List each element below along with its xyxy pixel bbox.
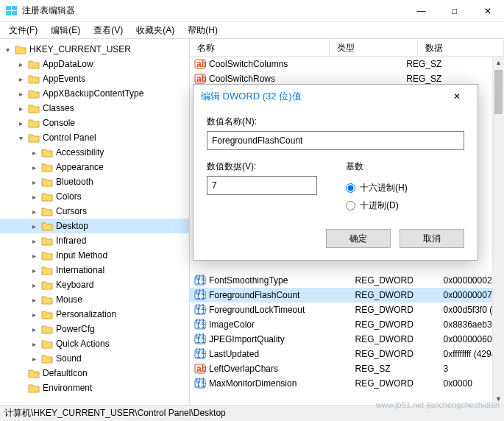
folder-icon bbox=[41, 339, 53, 349]
chevron-right-icon[interactable]: ▸ bbox=[16, 119, 25, 127]
chevron-right-icon[interactable]: ▸ bbox=[16, 60, 25, 68]
dialog-close-button[interactable]: ✕ bbox=[444, 86, 470, 107]
tree-node[interactable]: ▸Keyboard bbox=[0, 277, 189, 292]
radio-hex[interactable]: 十六进制(H) bbox=[346, 179, 464, 197]
column-header-name[interactable]: 名称 bbox=[190, 39, 330, 56]
chevron-right-icon[interactable]: ▸ bbox=[29, 208, 38, 216]
scrollbar-thumb[interactable] bbox=[494, 70, 503, 114]
folder-icon bbox=[15, 44, 26, 54]
value-row[interactable]: 011110ForegroundFlashCountREG_DWORD0x000… bbox=[190, 288, 504, 303]
tree-node-label: HKEY_CURRENT_USER bbox=[29, 44, 135, 54]
value-row[interactable]: abLeftOverlapCharsREG_SZ3 bbox=[190, 361, 504, 376]
menu-help[interactable]: 帮助(H) bbox=[182, 23, 224, 38]
tree-node[interactable]: ▸Cursors bbox=[0, 204, 189, 219]
tree-node[interactable]: ▸Desktop bbox=[0, 219, 189, 233]
tree-node[interactable]: ▸Input Method bbox=[0, 248, 189, 263]
chevron-right-icon[interactable]: ▸ bbox=[29, 325, 38, 333]
column-header-data[interactable]: 数据 bbox=[418, 39, 504, 56]
value-row[interactable]: 011110LastUpdatedREG_DWORD0xffffffff (42… bbox=[190, 347, 504, 361]
menu-view[interactable]: 查看(V) bbox=[88, 23, 129, 38]
maximize-button[interactable]: □ bbox=[438, 0, 471, 22]
tree-node-label: Keyboard bbox=[56, 280, 98, 290]
tree-node[interactable]: ▸AppDataLow bbox=[0, 57, 189, 71]
vertical-scrollbar[interactable]: ▲ ▼ bbox=[492, 57, 504, 405]
folder-icon bbox=[28, 103, 40, 113]
value-row[interactable]: 011110MaxMonitorDimensionREG_DWORD0x0000 bbox=[190, 376, 504, 391]
scroll-down-icon[interactable]: ▼ bbox=[493, 393, 504, 405]
value-row[interactable]: 011110JPEGImportQualityREG_DWORD0x000000… bbox=[190, 332, 504, 347]
chevron-right-icon[interactable]: ▸ bbox=[29, 296, 38, 304]
tree-node[interactable]: ▾Control Panel bbox=[0, 130, 189, 145]
chevron-right-icon[interactable]: ▸ bbox=[29, 193, 38, 201]
menu-file[interactable]: 文件(F) bbox=[3, 23, 43, 38]
tree-node[interactable]: ▸Colors bbox=[0, 189, 189, 204]
menu-favorites[interactable]: 收藏夹(A) bbox=[130, 23, 180, 38]
folder-icon bbox=[41, 250, 53, 261]
tree-node[interactable]: ▸Appearance bbox=[0, 160, 189, 174]
folder-icon bbox=[28, 118, 40, 128]
value-row[interactable]: 011110ForegroundLockTimeoutREG_DWORD0x00… bbox=[190, 303, 504, 317]
chevron-down-icon[interactable]: ▾ bbox=[3, 46, 12, 54]
chevron-right-icon[interactable]: ▸ bbox=[29, 149, 38, 157]
tree-node[interactable]: ▸Personalization bbox=[0, 307, 189, 322]
value-row[interactable]: 011110ImageColorREG_DWORD0x8836aeb3 ( bbox=[190, 317, 504, 332]
value-type: REG_DWORD bbox=[350, 332, 439, 347]
tree-node[interactable]: ▸Console bbox=[0, 116, 189, 130]
close-button[interactable]: ✕ bbox=[471, 0, 504, 22]
dword-value-icon: 011110 bbox=[194, 319, 206, 330]
chevron-right-icon[interactable]: ▸ bbox=[29, 222, 38, 230]
tree-node[interactable]: ▸PowerCfg bbox=[0, 322, 189, 336]
column-header-type[interactable]: 类型 bbox=[330, 39, 418, 56]
tree-node-label: Console bbox=[43, 118, 79, 128]
tree-node[interactable]: ▸DefaultIcon bbox=[0, 366, 189, 381]
chevron-right-icon[interactable]: ▸ bbox=[29, 281, 38, 289]
chevron-right-icon[interactable]: ▸ bbox=[29, 266, 38, 275]
chevron-down-icon[interactable]: ▾ bbox=[16, 134, 25, 142]
value-name-field[interactable] bbox=[207, 131, 464, 150]
radio-dec[interactable]: 十进制(D) bbox=[346, 197, 464, 214]
cancel-button[interactable]: 取消 bbox=[400, 229, 464, 248]
value-row[interactable]: 011110FontSmoothingTypeREG_DWORD0x000000… bbox=[190, 273, 504, 288]
folder-icon bbox=[41, 177, 53, 187]
radio-dec-input[interactable] bbox=[346, 201, 355, 210]
chevron-right-icon[interactable]: ▸ bbox=[29, 355, 38, 363]
value-data-label: 数值数据(V): bbox=[207, 160, 325, 173]
tree-node[interactable]: ▸AppXBackupContentType bbox=[0, 86, 189, 101]
chevron-right-icon[interactable]: ▸ bbox=[16, 105, 25, 113]
window-controls: — □ ✕ bbox=[405, 0, 504, 22]
chevron-right-icon[interactable]: ▸ bbox=[29, 237, 38, 245]
chevron-right-icon[interactable]: ▸ bbox=[16, 75, 25, 83]
chevron-right-icon[interactable]: ▸ bbox=[16, 90, 25, 98]
radio-hex-input[interactable] bbox=[346, 183, 355, 193]
ok-button[interactable]: 确定 bbox=[326, 229, 391, 248]
chevron-right-icon[interactable]: ▸ bbox=[29, 163, 38, 171]
string-value-icon: ab bbox=[194, 58, 206, 70]
chevron-right-icon[interactable]: ▸ bbox=[29, 340, 38, 348]
menu-edit[interactable]: 编辑(E) bbox=[45, 23, 86, 38]
tree-node[interactable]: ▸Sound bbox=[0, 351, 189, 366]
tree-node[interactable]: ▸Quick Actions bbox=[0, 336, 189, 351]
chevron-right-icon[interactable]: ▸ bbox=[29, 311, 38, 319]
value-name-label: 数值名称(N): bbox=[207, 116, 464, 128]
menubar: 文件(F) 编辑(E) 查看(V) 收藏夹(A) 帮助(H) bbox=[0, 22, 504, 38]
minimize-button[interactable]: — bbox=[405, 0, 438, 22]
value-name: FontSmoothingType bbox=[209, 275, 288, 286]
value-data-field[interactable] bbox=[207, 176, 317, 195]
tree-node-label: Control Panel bbox=[43, 132, 101, 143]
tree-node[interactable]: ▸AppEvents bbox=[0, 71, 189, 86]
chevron-right-icon[interactable]: ▸ bbox=[29, 178, 38, 186]
tree-node[interactable]: ▸Classes bbox=[0, 101, 189, 116]
tree-node[interactable]: ▸Mouse bbox=[0, 292, 189, 307]
tree-node[interactable]: ▸Accessibility bbox=[0, 145, 189, 160]
tree-pane[interactable]: ▾ HKEY_CURRENT_USER ▸AppDataLow▸AppEvent… bbox=[0, 39, 190, 405]
scroll-up-icon[interactable]: ▲ bbox=[493, 57, 504, 68]
dword-value-icon: 011110 bbox=[194, 348, 206, 360]
tree-node[interactable]: ▸International bbox=[0, 263, 189, 277]
tree-node[interactable]: ▸Environment bbox=[0, 381, 189, 395]
tree-root-node[interactable]: ▾ HKEY_CURRENT_USER bbox=[0, 42, 189, 57]
tree-node[interactable]: ▸Infrared bbox=[0, 233, 189, 248]
chevron-right-icon[interactable]: ▸ bbox=[29, 252, 38, 260]
value-row[interactable]: abCoolSwitchColumnsREG_SZ7 bbox=[190, 57, 504, 71]
tree-node[interactable]: ▸Bluetooth bbox=[0, 174, 189, 189]
titlebar: 注册表编辑器 — □ ✕ bbox=[0, 0, 504, 22]
